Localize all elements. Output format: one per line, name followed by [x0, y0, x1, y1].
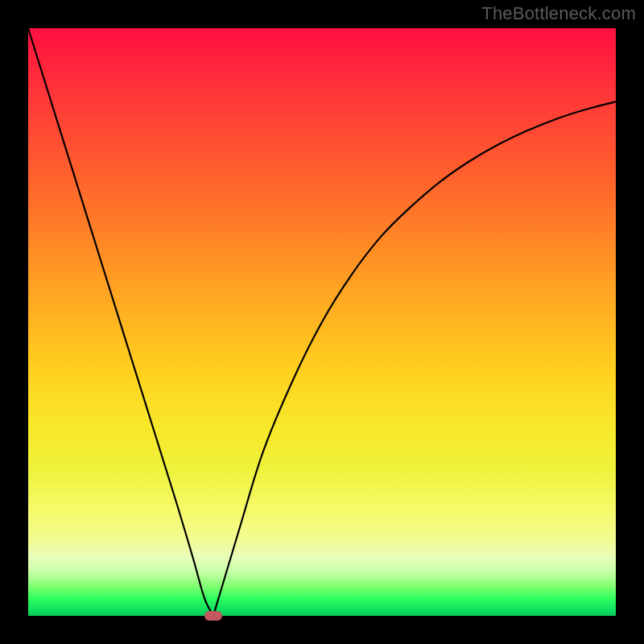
- watermark-text: TheBottleneck.com: [481, 3, 636, 24]
- minimum-marker: [204, 611, 222, 621]
- bottleneck-curve: [28, 28, 616, 616]
- plot-area: [28, 28, 616, 616]
- chart-frame: TheBottleneck.com: [0, 0, 644, 644]
